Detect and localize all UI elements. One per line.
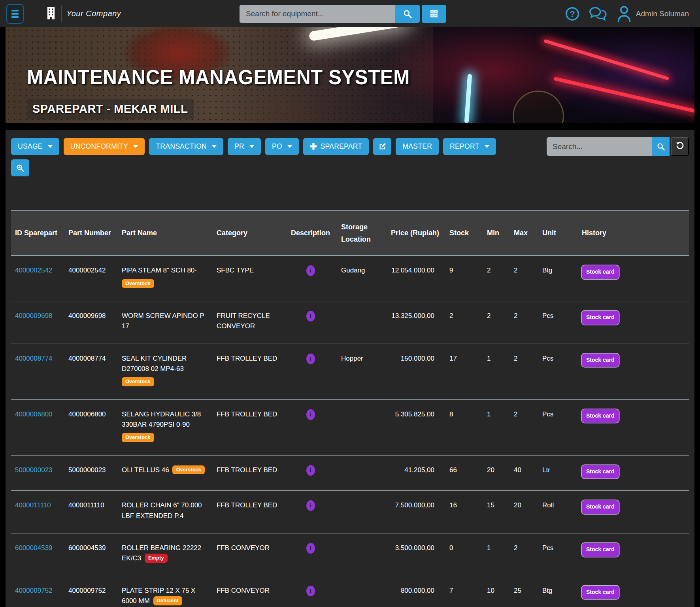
part-name-text: PIPA STEAM 8" SCH 80- [122,267,197,274]
stock-card-button[interactable]: Stock card [582,465,619,479]
page-subtitle: SPAREPART - MEKAR MILL [27,99,194,119]
part-name-text: SELANG HYDRAULIC 3/8 330BAR 4790PSI 0-90 [122,410,201,428]
cell-price: 5.305.825,00 [387,399,445,455]
info-icon[interactable]: i [306,311,315,321]
info-icon[interactable]: i [306,354,315,364]
edit-button[interactable] [373,138,391,155]
stock-card-button[interactable]: Stock card [582,311,619,325]
user-icon[interactable] [616,5,632,23]
cell-part-name: WORM SCREW APINDO P 17 [118,301,213,344]
stock-card-button[interactable]: Stock card [582,354,619,367]
info-icon[interactable]: i [306,409,315,420]
info-icon[interactable]: i [306,586,315,596]
stock-card-button[interactable]: Stock card [582,543,619,557]
info-icon[interactable]: i [306,543,315,554]
stock-card-button[interactable]: Stock card [582,265,619,279]
navbar-right: ? Admin Soluman [565,5,689,23]
cell-id-sparepart: 5000000023 [11,455,64,491]
cell-category: SFBC TYPE [213,255,284,301]
toolbar: USAGE UNCONFORMITY TRANSACTION PR PO ✚ S… [11,137,689,156]
sparepart-id-link[interactable]: 4000006800 [15,410,53,418]
column-header-unit: Unit [538,211,578,255]
status-badge: Overstock [122,377,154,386]
edit-icon [378,142,387,151]
reset-search-button[interactable] [671,137,689,156]
sparepart-id-link[interactable]: 4000009698 [15,312,53,320]
cell-min: 1 [483,399,510,455]
sparepart-id-link[interactable]: 4000002542 [15,267,53,274]
master-label: MASTER [402,142,432,151]
cell-min: 15 [483,491,510,533]
cell-part-name: ROLLER BEARING 22222 EK/C3 Empty [118,533,213,576]
cell-id-sparepart: 4000011110 [11,491,64,533]
toolbar-row-2 [11,159,689,176]
info-icon[interactable]: i [306,500,315,511]
cell-min: 10 [483,576,510,607]
cell-max: 40 [510,455,538,491]
cell-price: 13.325.000,00 [387,301,445,344]
stock-card-button[interactable]: Stock card [582,409,619,423]
equipment-search-button[interactable] [395,5,420,23]
chat-icon[interactable] [589,6,608,21]
stock-card-button[interactable]: Stock card [582,586,619,599]
column-header-part-number: Part Number [64,211,118,255]
info-icon[interactable]: i [306,465,315,476]
cell-description: i [284,255,337,301]
chevron-down-icon [48,145,53,148]
cell-unit: Pcs [538,301,578,344]
badge-line: Overstock [122,279,209,289]
hamburger-menu-button[interactable] [6,4,24,24]
table-row: 40000025424000002542PIPA STEAM 8" SCH 80… [11,255,689,301]
stock-card-button[interactable]: Stock card [582,500,619,514]
equipment-search-input[interactable] [240,5,395,23]
add-sparepart-button[interactable]: ✚ SPAREPART [303,138,369,155]
column-header-min: Min [483,211,510,255]
cell-id-sparepart: 4000002542 [11,255,64,301]
help-icon[interactable]: ? [565,6,580,21]
table-search-button[interactable] [652,137,670,156]
cell-part-name: ROLLER CHAIN 6" 70.000 LBF EXTENDED P.4 [118,491,213,533]
cell-price: 800.000,00 [387,576,445,607]
table-search-input[interactable] [547,137,652,156]
cell-stock: 16 [445,491,483,533]
sparepart-id-link[interactable]: 6000004539 [15,544,53,552]
sparepart-id-link[interactable]: 5000000023 [15,466,53,474]
info-icon[interactable]: i [306,265,315,276]
chevron-down-icon [485,145,489,148]
po-dropdown-button[interactable]: PO [265,138,299,155]
cell-storage-location [337,455,387,491]
sparepart-id-link[interactable]: 4000011110 [15,501,51,509]
report-dropdown-button[interactable]: REPORT [443,138,496,155]
cell-price: 12.054.000,00 [387,255,445,301]
unconformity-dropdown-button[interactable]: UNCONFORMITY [64,138,145,155]
cell-part-name: PLATE STRIP 12 X 75 X 6000 MM Deficient [118,576,213,607]
cell-min: 2 [483,301,510,344]
cell-id-sparepart: 6000004539 [11,533,64,576]
cell-category: FFB CONVEYOR [213,576,284,607]
cell-price: 3.500.000,00 [387,533,445,576]
sparepart-id-link[interactable]: 4000008774 [15,355,53,362]
cell-unit: Pcs [538,344,578,399]
cell-history: Stock card [578,399,689,455]
cell-unit: Roll [538,491,578,533]
pr-label: PR [234,142,244,151]
column-header-stock: Stock [445,211,483,255]
cell-description: i [284,344,337,399]
cell-part-name: SEAL KIT CYLINDER D270008 02 MP4-63Overs… [118,344,213,399]
advanced-search-button[interactable] [11,159,29,176]
cell-unit: Btg [538,255,578,301]
usage-dropdown-button[interactable]: USAGE [11,138,59,155]
master-button[interactable]: MASTER [396,138,439,155]
cell-category: FFB CONVEYOR [213,533,284,576]
column-header-id-sparepart: ID Sparepart [11,211,64,255]
column-header-price: Price (Rupiah) [387,211,445,255]
sparepart-id-link[interactable]: 4000009752 [15,587,53,594]
qr-scan-button[interactable] [422,5,446,23]
cell-history: Stock card [578,491,689,533]
cell-min: 20 [483,455,510,491]
cell-max: 25 [510,576,538,607]
pr-dropdown-button[interactable]: PR [228,138,261,155]
cell-stock: 7 [445,576,483,607]
transaction-label: TRANSACTION [156,142,207,151]
transaction-dropdown-button[interactable]: TRANSACTION [149,138,223,155]
